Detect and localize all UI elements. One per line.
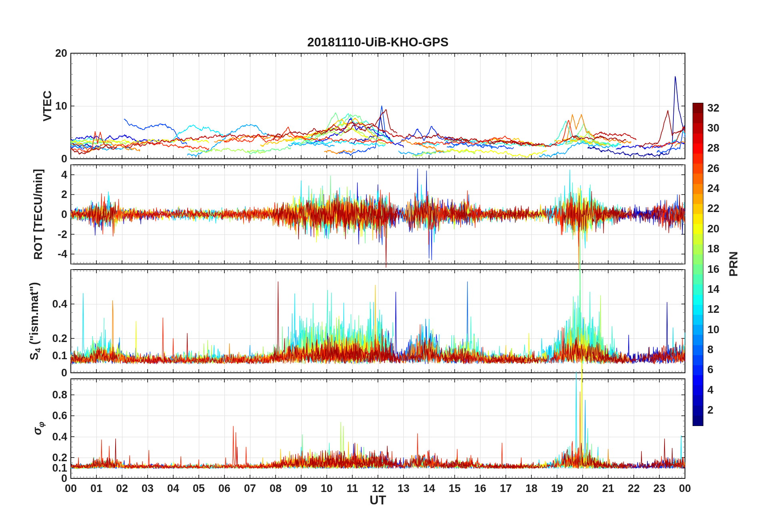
y-tick-label-rot: -4 [23, 248, 67, 260]
y-tick-label-sigma_phi: 0.8 [23, 389, 67, 401]
colorbar-tick-label: 10 [707, 323, 719, 336]
colorbar-block-prn-2 [693, 406, 703, 416]
colorbar-block-prn-4 [693, 385, 703, 395]
colorbar-block-prn-1 [693, 416, 703, 426]
colorbar-block-prn-12 [693, 305, 703, 315]
colorbar-tick-label: 32 [707, 102, 719, 114]
x-tick-label: 23 [645, 482, 673, 495]
y-tick-label-s4: 0.2 [23, 332, 67, 345]
colorbar-block-prn-7 [693, 355, 703, 365]
colorbar-block-prn-13 [693, 295, 703, 305]
colorbar-tick-label: 30 [707, 122, 719, 134]
y-tick-label-rot: -2 [23, 228, 67, 240]
x-tick-label: 14 [415, 482, 443, 495]
figure: 20181110-UiB-KHO-GPS VTEC ROT [TECU/min]… [0, 0, 761, 532]
colorbar-block-prn-20 [693, 224, 703, 234]
colorbar-block-prn-30 [693, 123, 703, 133]
x-tick-label: 04 [159, 482, 187, 495]
y-tick-label-rot: 4 [23, 168, 67, 181]
colorbar-tick-label: 2 [707, 404, 713, 416]
x-tick-label: 16 [466, 482, 494, 495]
colorbar-block-prn-11 [693, 315, 703, 325]
colorbar-tick-label: 24 [707, 182, 719, 195]
x-tick-label: 19 [543, 482, 571, 495]
colorbar-tick-label: 26 [707, 162, 719, 174]
colorbar-tick-label: 14 [707, 283, 719, 295]
x-tick-label: 05 [185, 482, 213, 495]
x-tick-label: 09 [287, 482, 315, 495]
colorbar-block-prn-8 [693, 345, 703, 355]
colorbar-block-prn-19 [693, 234, 703, 244]
x-tick-label: 12 [364, 482, 392, 495]
colorbar-block-prn-25 [693, 174, 703, 184]
colorbar-block-prn-27 [693, 154, 703, 164]
y-tick-label-vtec: 10 [23, 100, 67, 112]
colorbar-tick-label: 16 [707, 263, 719, 275]
colorbar-block-prn-3 [693, 395, 703, 405]
x-axis-label: UT [71, 493, 685, 508]
colorbar-tick-label: 22 [707, 202, 719, 215]
x-tick-label: 00 [671, 482, 699, 495]
x-tick-label: 22 [620, 482, 648, 495]
x-tick-label: 10 [313, 482, 341, 495]
y-tick-label-rot: 2 [23, 188, 67, 201]
y-tick-label-s4: 0.4 [23, 298, 67, 310]
colorbar-block-prn-9 [693, 335, 703, 345]
colorbar-block-prn-31 [693, 113, 703, 123]
colorbar [693, 103, 703, 426]
y-tick-label-vtec: 0 [23, 153, 67, 165]
x-tick-label: 17 [492, 482, 520, 495]
y-tick-label-sigma_phi: 0.2 [23, 451, 67, 464]
colorbar-block-prn-17 [693, 254, 703, 264]
colorbar-block-prn-15 [693, 274, 703, 284]
colorbar-block-prn-24 [693, 184, 703, 194]
colorbar-block-prn-10 [693, 325, 703, 335]
colorbar-tick-label: 6 [707, 364, 713, 376]
x-tick-label: 21 [594, 482, 622, 495]
colorbar-block-prn-5 [693, 375, 703, 385]
colorbar-block-prn-29 [693, 134, 703, 144]
colorbar-block-prn-26 [693, 164, 703, 174]
chart-title: 20181110-UiB-KHO-GPS [71, 35, 685, 50]
y-axis-label-s4: S4 ("ism.mat") [28, 282, 43, 360]
colorbar-label: PRN [727, 251, 740, 276]
colorbar-block-prn-23 [693, 194, 703, 204]
colorbar-tick-label: 8 [707, 344, 713, 356]
colorbar-block-prn-32 [693, 103, 703, 113]
plot-canvas [0, 0, 761, 532]
x-tick-label: 20 [569, 482, 597, 495]
x-tick-label: 15 [441, 482, 469, 495]
x-tick-label: 11 [338, 482, 366, 495]
colorbar-block-prn-21 [693, 214, 703, 224]
x-tick-label: 01 [82, 482, 110, 495]
colorbar-block-prn-16 [693, 264, 703, 274]
x-tick-label: 18 [517, 482, 545, 495]
ylabel-sigma-sub: φ [37, 422, 46, 427]
colorbar-tick-label: 18 [707, 243, 719, 255]
colorbar-block-prn-18 [693, 244, 703, 254]
x-tick-label: 08 [262, 482, 290, 495]
x-tick-label: 00 [57, 482, 85, 495]
y-tick-label-s4: 0.1 [23, 350, 67, 362]
colorbar-tick-label: 20 [707, 222, 719, 235]
colorbar-tick-label: 12 [707, 303, 719, 316]
colorbar-block-prn-14 [693, 284, 703, 294]
colorbar-block-prn-28 [693, 144, 703, 154]
x-tick-label: 06 [210, 482, 238, 495]
y-tick-label-s4: 0 [23, 367, 67, 379]
x-tick-label: 02 [108, 482, 136, 495]
x-tick-label: 13 [389, 482, 417, 495]
y-tick-label-vtec: 20 [23, 47, 67, 60]
x-tick-label: 07 [236, 482, 264, 495]
colorbar-tick-label: 4 [707, 384, 713, 396]
colorbar-tick-label: 28 [707, 142, 719, 154]
y-tick-label-sigma_phi: 0.6 [23, 410, 67, 422]
colorbar-block-prn-22 [693, 204, 703, 214]
x-tick-label: 03 [134, 482, 162, 495]
colorbar-block-prn-6 [693, 365, 703, 375]
y-tick-label-rot: 0 [23, 208, 67, 221]
y-tick-label-sigma_phi: 0.4 [23, 430, 67, 443]
